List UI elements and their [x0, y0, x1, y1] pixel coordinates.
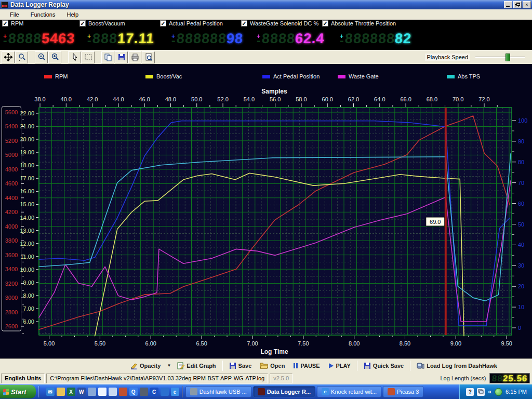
cursor-value-tooltip: 69.0: [430, 219, 441, 225]
checkbox-icon[interactable]: ✓: [2, 20, 8, 26]
zoom-window-button[interactable]: [15, 51, 28, 63]
notepad-icon[interactable]: [109, 388, 117, 396]
svg-text:80: 80: [518, 159, 524, 165]
seven-segment-value: 88888882: [344, 30, 412, 47]
checkbox-icon[interactable]: ✓: [160, 20, 166, 26]
version-panel: v2.5.0: [270, 374, 292, 383]
checkbox-icon[interactable]: ✓: [241, 20, 247, 26]
copernic-icon[interactable]: C: [150, 388, 158, 396]
start-button[interactable]: Start: [0, 385, 36, 398]
save-log-button[interactable]: Save: [225, 360, 256, 371]
svg-text:4000: 4000: [5, 223, 18, 230]
menu-item-file[interactable]: File: [4, 10, 25, 19]
channel-display-4: +−88888882: [340, 30, 411, 47]
load-log-from-dashhawk-button[interactable]: Load Log from DashHawk: [413, 360, 501, 371]
playback-speed-thumb[interactable]: [506, 54, 510, 61]
wmp-icon[interactable]: [161, 388, 169, 396]
svg-text:21.00: 21.00: [20, 123, 34, 129]
picasa-icon[interactable]: [119, 388, 127, 396]
svg-text:7.00: 7.00: [23, 305, 34, 312]
svg-text:46.0: 46.0: [139, 96, 150, 102]
svg-text:30: 30: [518, 262, 524, 269]
tray-expand-chevron[interactable]: «: [488, 388, 491, 395]
legend-series-label: Waste Gate: [349, 73, 379, 79]
svg-text:40: 40: [518, 242, 524, 248]
playback-speed-slider[interactable]: [475, 53, 525, 61]
zoom-out-button[interactable]: [35, 51, 48, 63]
svg-text:7.00: 7.00: [247, 340, 258, 347]
zoom-in-button[interactable]: [48, 51, 61, 63]
display-settings-tray-icon[interactable]: [477, 388, 485, 396]
opacity-button[interactable]: Opacity: [126, 360, 165, 371]
app-icon: [1, 2, 8, 8]
ie-icon[interactable]: e: [171, 388, 179, 396]
excel-icon[interactable]: X: [67, 388, 75, 396]
pause-button[interactable]: PAUSE: [289, 360, 324, 371]
minus-indicator: −: [257, 39, 260, 43]
minimize-button[interactable]: [504, 1, 512, 8]
svg-text:40.0: 40.0: [61, 96, 72, 102]
select-region-button[interactable]: [82, 51, 95, 63]
taskbar-button-2[interactable]: eKnock retard wit...: [317, 386, 381, 397]
sign-indicator: +−: [87, 34, 91, 43]
windows-flag-icon: [3, 389, 9, 395]
show-desktop-icon[interactable]: [98, 388, 107, 396]
svg-text:7.50: 7.50: [298, 340, 309, 347]
taskbar-button-0[interactable]: DashHawk USB ...: [185, 386, 251, 397]
svg-text:44.0: 44.0: [113, 96, 124, 102]
svg-text:3400: 3400: [5, 266, 18, 272]
svg-text:0: 0: [518, 325, 521, 331]
svg-text:10.00: 10.00: [20, 267, 34, 273]
svg-text:18.00: 18.00: [20, 162, 34, 168]
svg-text:64.0: 64.0: [374, 96, 385, 102]
close-button[interactable]: ×: [523, 1, 531, 8]
svg-text:5200: 5200: [5, 138, 18, 144]
quick-save-button[interactable]: Quick Save: [360, 360, 408, 371]
legend-swatch: [338, 75, 345, 78]
tray-app-icon[interactable]: [495, 388, 502, 396]
compass-icon[interactable]: [140, 388, 148, 396]
media-player-icon[interactable]: [88, 388, 96, 396]
opacity-dropdown-button[interactable]: ▼: [165, 360, 173, 371]
outlook-express-icon[interactable]: ✉: [46, 388, 55, 396]
menu-item-help[interactable]: Help: [61, 10, 84, 19]
sign-indicator: +−: [171, 34, 175, 43]
svg-text:4400: 4400: [5, 195, 18, 201]
open-log-button[interactable]: Open: [256, 360, 289, 371]
quicktime-icon[interactable]: Q: [129, 388, 138, 396]
folder-icon[interactable]: [57, 388, 65, 396]
copy-button[interactable]: [101, 51, 114, 63]
channel-checkbox-1[interactable]: ✓Boost/Vacuum: [79, 20, 125, 26]
checkbox-icon[interactable]: ✓: [79, 20, 86, 26]
restore-button[interactable]: [513, 1, 522, 8]
svg-text:17.00: 17.00: [20, 175, 34, 181]
help-tray-icon[interactable]: ?: [466, 388, 474, 396]
taskbar-button-1[interactable]: Data Logger R...: [253, 386, 315, 397]
pointer-button[interactable]: [68, 51, 81, 63]
pan-button[interactable]: [2, 51, 15, 63]
play-button[interactable]: PLAY: [324, 360, 355, 371]
svg-text:52.0: 52.0: [217, 96, 228, 102]
log-chart[interactable]: Samples38.040.042.044.046.048.050.052.05…: [0, 64, 532, 358]
channel-checkbox-3[interactable]: ✓WasteGate Solenoid DC %: [241, 20, 318, 26]
channel-label: RPM: [11, 20, 23, 26]
taskbar-button-3[interactable]: Picasa 3: [383, 386, 423, 397]
legend-item-1: Boost/Vac: [145, 73, 182, 79]
channel-checkbox-2[interactable]: ✓Actual Pedal Position: [160, 20, 223, 26]
seven-segment-value: 88888898: [176, 30, 244, 47]
task-label: DashHawk USB ...: [200, 389, 247, 395]
word-icon[interactable]: W: [77, 388, 86, 396]
menu-item-functions[interactable]: Functions: [25, 10, 61, 19]
channel-checkbox-0[interactable]: ✓RPM: [2, 20, 23, 26]
checkbox-icon[interactable]: ✓: [322, 20, 328, 26]
samples-axis-title: Samples: [261, 88, 287, 95]
edit-graph-button[interactable]: Edit Graph: [173, 360, 220, 371]
channel-checkbox-4[interactable]: ✓Absolute Throttle Position: [322, 20, 396, 26]
print-button[interactable]: [128, 51, 141, 63]
channel-label: Boost/Vacuum: [88, 20, 125, 26]
sign-indicator: +−: [3, 34, 7, 43]
print-preview-button[interactable]: [142, 51, 155, 63]
graph-toolbar: Playback Speed: [0, 50, 532, 64]
seven-segment-value: 88885463: [8, 30, 75, 47]
save-button[interactable]: [115, 51, 128, 63]
